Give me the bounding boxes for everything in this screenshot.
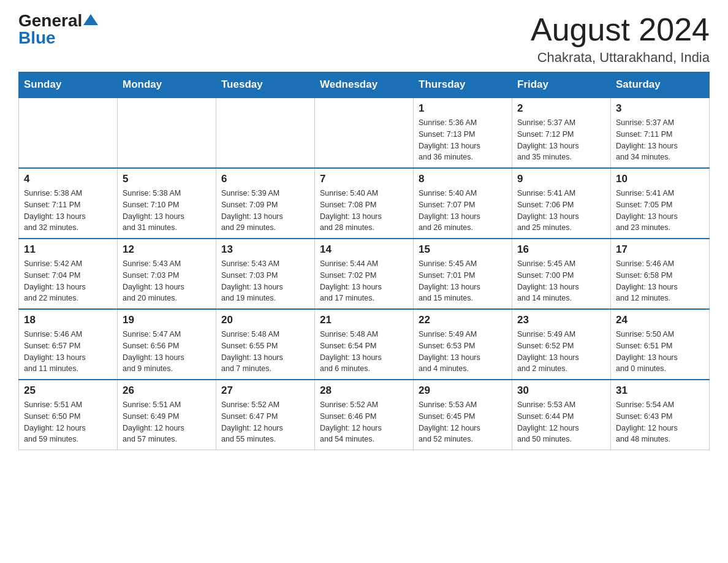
day-number: 22 bbox=[419, 314, 507, 326]
calendar-cell: 7Sunrise: 5:40 AMSunset: 7:08 PMDaylight… bbox=[315, 168, 414, 239]
logo-general-text: General bbox=[18, 11, 82, 30]
calendar-cell: 8Sunrise: 5:40 AMSunset: 7:07 PMDaylight… bbox=[414, 168, 512, 239]
day-info: Sunrise: 5:41 AMSunset: 7:06 PMDaylight:… bbox=[517, 188, 605, 234]
calendar-week-5: 25Sunrise: 5:51 AMSunset: 6:50 PMDayligh… bbox=[19, 380, 710, 450]
day-number: 20 bbox=[221, 314, 309, 326]
day-info: Sunrise: 5:47 AMSunset: 6:56 PMDaylight:… bbox=[123, 329, 211, 375]
day-info: Sunrise: 5:48 AMSunset: 6:55 PMDaylight:… bbox=[221, 329, 309, 375]
day-number: 1 bbox=[419, 102, 507, 115]
day-info: Sunrise: 5:44 AMSunset: 7:02 PMDaylight:… bbox=[320, 258, 408, 304]
day-info: Sunrise: 5:46 AMSunset: 6:57 PMDaylight:… bbox=[24, 329, 112, 375]
day-number: 26 bbox=[123, 385, 211, 397]
day-info: Sunrise: 5:52 AMSunset: 6:46 PMDaylight:… bbox=[320, 399, 408, 445]
calendar-cell bbox=[315, 98, 414, 168]
calendar-cell: 27Sunrise: 5:52 AMSunset: 6:47 PMDayligh… bbox=[216, 380, 315, 450]
calendar-cell bbox=[118, 98, 216, 168]
day-number: 29 bbox=[419, 385, 507, 397]
calendar-cell: 13Sunrise: 5:43 AMSunset: 7:03 PMDayligh… bbox=[216, 239, 315, 309]
calendar-cell: 14Sunrise: 5:44 AMSunset: 7:02 PMDayligh… bbox=[315, 239, 414, 309]
logo: General Blue bbox=[18, 12, 98, 47]
calendar-cell: 18Sunrise: 5:46 AMSunset: 6:57 PMDayligh… bbox=[19, 309, 118, 380]
day-info: Sunrise: 5:51 AMSunset: 6:49 PMDaylight:… bbox=[123, 399, 211, 445]
calendar-cell: 23Sunrise: 5:49 AMSunset: 6:52 PMDayligh… bbox=[512, 309, 611, 380]
calendar-cell: 22Sunrise: 5:49 AMSunset: 6:53 PMDayligh… bbox=[414, 309, 512, 380]
day-info: Sunrise: 5:51 AMSunset: 6:50 PMDaylight:… bbox=[24, 399, 112, 445]
calendar-cell bbox=[19, 98, 118, 168]
day-info: Sunrise: 5:37 AMSunset: 7:12 PMDaylight:… bbox=[517, 117, 605, 163]
calendar-cell: 3Sunrise: 5:37 AMSunset: 7:11 PMDaylight… bbox=[611, 98, 710, 168]
calendar-cell: 2Sunrise: 5:37 AMSunset: 7:12 PMDaylight… bbox=[512, 98, 611, 168]
month-title: August 2024 bbox=[531, 12, 710, 47]
day-number: 16 bbox=[517, 243, 605, 256]
calendar-cell: 9Sunrise: 5:41 AMSunset: 7:06 PMDaylight… bbox=[512, 168, 611, 239]
calendar-cell: 21Sunrise: 5:48 AMSunset: 6:54 PMDayligh… bbox=[315, 309, 414, 380]
calendar-cell: 6Sunrise: 5:39 AMSunset: 7:09 PMDaylight… bbox=[216, 168, 315, 239]
day-info: Sunrise: 5:45 AMSunset: 7:00 PMDaylight:… bbox=[517, 258, 605, 304]
day-info: Sunrise: 5:50 AMSunset: 6:51 PMDaylight:… bbox=[616, 329, 704, 375]
day-number: 27 bbox=[221, 385, 309, 397]
calendar-header-row: SundayMondayTuesdayWednesdayThursdayFrid… bbox=[19, 72, 710, 98]
logo-blue-text: Blue bbox=[18, 28, 56, 47]
calendar-week-3: 11Sunrise: 5:42 AMSunset: 7:04 PMDayligh… bbox=[19, 239, 710, 309]
day-number: 24 bbox=[616, 314, 704, 326]
day-info: Sunrise: 5:38 AMSunset: 7:11 PMDaylight:… bbox=[24, 188, 112, 234]
weekday-header-thursday: Thursday bbox=[414, 72, 512, 98]
calendar-cell: 16Sunrise: 5:45 AMSunset: 7:00 PMDayligh… bbox=[512, 239, 611, 309]
day-info: Sunrise: 5:39 AMSunset: 7:09 PMDaylight:… bbox=[221, 188, 309, 234]
weekday-header-saturday: Saturday bbox=[611, 72, 710, 98]
day-number: 28 bbox=[320, 385, 408, 397]
calendar-cell: 5Sunrise: 5:38 AMSunset: 7:10 PMDaylight… bbox=[118, 168, 216, 239]
calendar-cell: 25Sunrise: 5:51 AMSunset: 6:50 PMDayligh… bbox=[19, 380, 118, 450]
calendar-cell: 15Sunrise: 5:45 AMSunset: 7:01 PMDayligh… bbox=[414, 239, 512, 309]
day-number: 12 bbox=[123, 243, 211, 256]
day-info: Sunrise: 5:36 AMSunset: 7:13 PMDaylight:… bbox=[419, 117, 507, 163]
day-info: Sunrise: 5:45 AMSunset: 7:01 PMDaylight:… bbox=[419, 258, 507, 304]
day-number: 15 bbox=[419, 243, 507, 256]
calendar-cell: 19Sunrise: 5:47 AMSunset: 6:56 PMDayligh… bbox=[118, 309, 216, 380]
day-number: 6 bbox=[221, 173, 309, 185]
day-number: 9 bbox=[517, 173, 605, 185]
location-label: Chakrata, Uttarakhand, India bbox=[531, 50, 710, 66]
day-number: 18 bbox=[24, 314, 112, 326]
day-number: 30 bbox=[517, 385, 605, 397]
calendar-cell: 11Sunrise: 5:42 AMSunset: 7:04 PMDayligh… bbox=[19, 239, 118, 309]
calendar-cell: 26Sunrise: 5:51 AMSunset: 6:49 PMDayligh… bbox=[118, 380, 216, 450]
day-number: 11 bbox=[24, 243, 112, 256]
day-info: Sunrise: 5:37 AMSunset: 7:11 PMDaylight:… bbox=[616, 117, 704, 163]
day-info: Sunrise: 5:52 AMSunset: 6:47 PMDaylight:… bbox=[221, 399, 309, 445]
calendar-cell: 29Sunrise: 5:53 AMSunset: 6:45 PMDayligh… bbox=[414, 380, 512, 450]
day-info: Sunrise: 5:40 AMSunset: 7:07 PMDaylight:… bbox=[419, 188, 507, 234]
day-info: Sunrise: 5:40 AMSunset: 7:08 PMDaylight:… bbox=[320, 188, 408, 234]
day-number: 10 bbox=[616, 173, 704, 185]
calendar-week-2: 4Sunrise: 5:38 AMSunset: 7:11 PMDaylight… bbox=[19, 168, 710, 239]
calendar-cell bbox=[216, 98, 315, 168]
day-info: Sunrise: 5:42 AMSunset: 7:04 PMDaylight:… bbox=[24, 258, 112, 304]
calendar-cell: 4Sunrise: 5:38 AMSunset: 7:11 PMDaylight… bbox=[19, 168, 118, 239]
day-number: 25 bbox=[24, 385, 112, 397]
calendar-cell: 10Sunrise: 5:41 AMSunset: 7:05 PMDayligh… bbox=[611, 168, 710, 239]
day-number: 3 bbox=[616, 102, 704, 115]
day-number: 8 bbox=[419, 173, 507, 185]
day-number: 19 bbox=[123, 314, 211, 326]
day-number: 2 bbox=[517, 102, 605, 115]
day-info: Sunrise: 5:41 AMSunset: 7:05 PMDaylight:… bbox=[616, 188, 704, 234]
calendar-cell: 1Sunrise: 5:36 AMSunset: 7:13 PMDaylight… bbox=[414, 98, 512, 168]
page-header: General Blue August 2024 Chakrata, Uttar… bbox=[18, 12, 710, 66]
weekday-header-friday: Friday bbox=[512, 72, 611, 98]
day-info: Sunrise: 5:49 AMSunset: 6:53 PMDaylight:… bbox=[419, 329, 507, 375]
day-info: Sunrise: 5:43 AMSunset: 7:03 PMDaylight:… bbox=[221, 258, 309, 304]
calendar-week-1: 1Sunrise: 5:36 AMSunset: 7:13 PMDaylight… bbox=[19, 98, 710, 168]
day-info: Sunrise: 5:38 AMSunset: 7:10 PMDaylight:… bbox=[123, 188, 211, 234]
day-number: 7 bbox=[320, 173, 408, 185]
calendar-cell: 12Sunrise: 5:43 AMSunset: 7:03 PMDayligh… bbox=[118, 239, 216, 309]
calendar-cell: 24Sunrise: 5:50 AMSunset: 6:51 PMDayligh… bbox=[611, 309, 710, 380]
weekday-header-monday: Monday bbox=[118, 72, 216, 98]
day-info: Sunrise: 5:46 AMSunset: 6:58 PMDaylight:… bbox=[616, 258, 704, 304]
day-number: 23 bbox=[517, 314, 605, 326]
weekday-header-sunday: Sunday bbox=[19, 72, 118, 98]
day-info: Sunrise: 5:43 AMSunset: 7:03 PMDaylight:… bbox=[123, 258, 211, 304]
day-info: Sunrise: 5:49 AMSunset: 6:52 PMDaylight:… bbox=[517, 329, 605, 375]
title-block: August 2024 Chakrata, Uttarakhand, India bbox=[531, 12, 710, 66]
day-number: 14 bbox=[320, 243, 408, 256]
day-number: 21 bbox=[320, 314, 408, 326]
